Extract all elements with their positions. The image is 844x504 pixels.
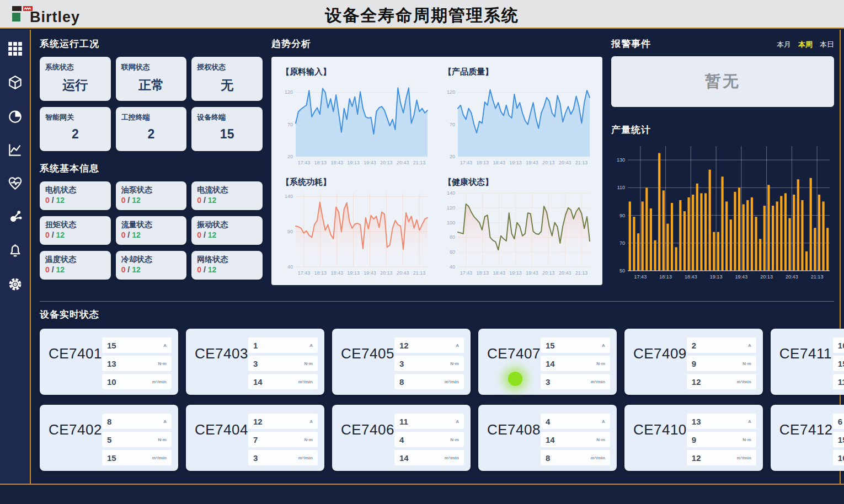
device-unit: A: [309, 343, 313, 348]
device-unit: A: [456, 419, 459, 424]
nav-sidebar: [0, 30, 31, 484]
device-values: 12 A 3 N·m 8 m³/min: [394, 337, 464, 389]
app-grid-icon[interactable]: [7, 41, 23, 56]
device-value-row: 4 A: [541, 414, 610, 429]
trend-chart-title: 【健康状态】: [444, 177, 595, 187]
status-card: 授权状态 无: [191, 57, 263, 101]
device-values: 12 A 7 N·m 3 m³/min: [248, 414, 318, 465]
svg-text:20:13: 20:13: [760, 274, 773, 280]
svg-text:120: 120: [447, 89, 455, 95]
device-value-row: 2 A: [687, 337, 756, 353]
alarm-empty-card: 暂无: [611, 56, 834, 107]
svg-text:40: 40: [287, 264, 293, 270]
device-value-row: 11 A: [394, 414, 464, 429]
device-card[interactable]: CE7403 1 A 3 N·m 14 m³/min: [186, 329, 324, 395]
device-name: CE7412: [779, 421, 833, 465]
device-card[interactable]: CE7404 12 A 7 N·m 3 m³/min: [186, 405, 324, 471]
device-unit: m³/min: [152, 379, 167, 384]
device-unit: m³/min: [152, 455, 167, 460]
info-card-current: 0: [197, 230, 201, 239]
svg-text:21:13: 21:13: [811, 274, 824, 280]
health-heart-icon[interactable]: [7, 175, 23, 191]
device-unit: A: [602, 419, 605, 424]
device-card[interactable]: CE7410 13 A 9 N·m 12 m³/min: [624, 405, 763, 471]
svg-text:20:43: 20:43: [397, 270, 409, 276]
device-card[interactable]: CE7408 4 A 14 N·m 8 m³/min: [478, 405, 617, 471]
alarm-tab[interactable]: 本月: [777, 40, 791, 50]
info-card-current: 0: [197, 265, 201, 274]
svg-text:21:13: 21:13: [413, 160, 426, 165]
device-value: 14: [399, 453, 409, 463]
info-card: 流量状态 0 / 12: [116, 216, 187, 245]
info-card-label: 冷却状态: [121, 255, 181, 265]
main-content: 系统运行工况 系统状态 运行 联网状态 正常 授权状态 无 智能网关 2 工控终…: [32, 30, 841, 484]
device-unit: m³/min: [737, 455, 751, 460]
device-unit: N·m: [304, 361, 313, 366]
svg-text:20:43: 20:43: [397, 160, 409, 165]
device-card[interactable]: CE7409 2 A 9 N·m 12 m³/min: [624, 329, 763, 395]
device-value-row: 8 A: [102, 414, 172, 429]
device-value: 7: [253, 435, 258, 444]
alarm-tabs: 本月本周本日: [777, 40, 834, 50]
device-value-row: 4 N·m: [394, 432, 464, 447]
device-card[interactable]: CE7412 6 A 15 N·m 10 m³/min: [771, 405, 844, 471]
svg-text:19:43: 19:43: [735, 274, 748, 280]
device-card[interactable]: CE7411 10 A 15 N·m 11 m³/min: [771, 329, 844, 395]
status-card-value: 正常: [121, 77, 181, 94]
svg-text:20:13: 20:13: [380, 270, 393, 276]
svg-text:18:13: 18:13: [477, 160, 489, 165]
device-card[interactable]: CE7405 12 A 3 N·m 8 m³/min: [332, 329, 471, 395]
device-value-row: 12 m³/min: [687, 450, 756, 465]
alarm-empty-text: 暂无: [705, 71, 740, 93]
device-values: 4 A 14 N·m 8 m³/min: [541, 414, 610, 465]
device-value-row: 12 A: [394, 337, 464, 353]
info-card: 油泵状态 0 / 12: [116, 181, 187, 210]
device-value: 15: [107, 341, 116, 350]
device-name: CE7404: [195, 421, 248, 465]
info-card-total: 12: [208, 196, 217, 205]
svg-text:140: 140: [285, 194, 293, 199]
device-value: 3: [253, 359, 258, 368]
info-card: 电流状态 0 / 12: [191, 181, 263, 210]
alarm-tab[interactable]: 本日: [820, 40, 834, 50]
svg-text:19:13: 19:13: [509, 270, 522, 276]
footer-bar: [0, 484, 844, 504]
status-card-label: 智能网关: [45, 112, 105, 122]
pie-chart-icon[interactable]: [7, 108, 23, 124]
device-value-row: 10 A: [833, 337, 844, 353]
cube-icon[interactable]: [7, 74, 23, 90]
device-value-row: 8 m³/min: [541, 450, 610, 465]
gear-icon[interactable]: [7, 276, 23, 292]
svg-text:120: 120: [447, 205, 455, 211]
info-card-separator: /: [204, 230, 208, 239]
device-value: 2: [692, 341, 696, 350]
device-value-row: 14 N·m: [541, 432, 610, 447]
alarm-header: 报警事件 本月本周本日: [611, 37, 834, 50]
device-unit: A: [748, 419, 751, 424]
device-values: 6 A 15 N·m 10 m³/min: [833, 414, 844, 465]
bell-icon[interactable]: [7, 243, 23, 258]
info-card-current: 0: [121, 230, 126, 239]
info-card-label: 流量状态: [121, 220, 181, 230]
system-status-grid: 系统状态 运行 联网状态 正常 授权状态 无 智能网关 2 工控终端 2 设备终…: [40, 57, 263, 151]
info-card-current: 0: [45, 265, 50, 274]
device-card[interactable]: CE7406 11 A 4 N·m 14 m³/min: [332, 405, 471, 471]
molecule-icon[interactable]: [7, 209, 23, 224]
device-unit: A: [456, 343, 459, 348]
device-card[interactable]: CE7402 8 A 5 N·m 15 m³/min: [40, 405, 178, 471]
basic-info-section: 系统基本信息 电机状态 0 / 12 油泵状态 0 / 12 电流状态 0 / …: [40, 162, 263, 280]
line-chart-icon[interactable]: [7, 142, 23, 157]
svg-text:17:43: 17:43: [460, 270, 473, 276]
device-unit: A: [163, 419, 167, 424]
device-card[interactable]: CE7407 15 A 14 N·m 3 m³/min: [478, 329, 617, 395]
status-card-label: 联网状态: [121, 62, 181, 72]
device-value-row: 14 N·m: [541, 356, 610, 371]
svg-text:21:13: 21:13: [413, 270, 426, 276]
trend-chart-block: 【健康状态】 17:4318:1318:4319:1319:4320:1320:…: [441, 175, 595, 282]
trend-line-chart: 17:4318:1318:4319:1319:4320:1320:4321:13…: [441, 78, 594, 167]
alarm-tab[interactable]: 本周: [798, 40, 813, 50]
device-unit: N·m: [158, 437, 167, 442]
device-card[interactable]: CE7401 15 A 13 N·m 10 m³/min: [40, 329, 178, 395]
info-card-total: 12: [56, 265, 65, 274]
device-value-row: 7 N·m: [248, 432, 318, 447]
